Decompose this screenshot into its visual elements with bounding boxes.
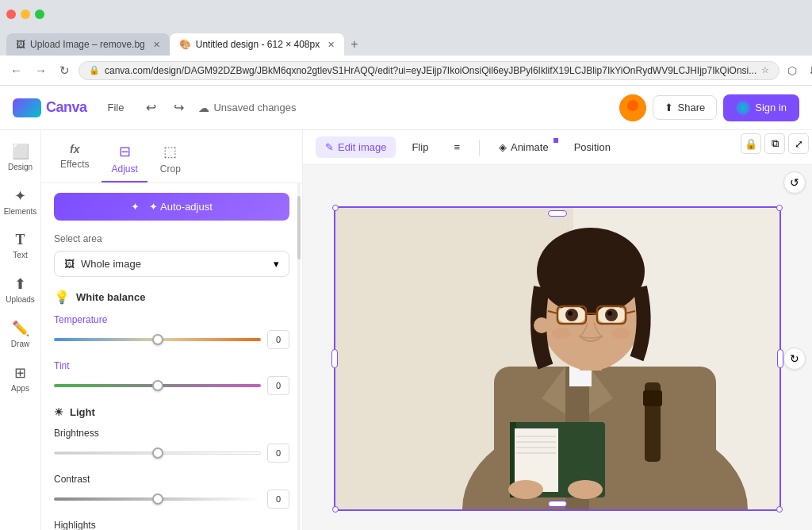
layout-icon: ≡ <box>454 141 460 153</box>
tint-value[interactable]: 0 <box>267 376 289 395</box>
scrollbar-track[interactable] <box>297 183 301 530</box>
brightness-thumb[interactable] <box>152 447 163 459</box>
tab-label-1: Upload Image – remove.bg <box>30 39 145 50</box>
file-menu-button[interactable]: File <box>100 97 132 118</box>
animate-icon: ◈ <box>499 141 507 153</box>
apps-icon: ⊞ <box>14 364 26 382</box>
lock-button[interactable]: 🔒 <box>741 133 761 154</box>
canvas-area: ✎ Edit image Flip ≡ ◈ Animate Position 🔒… <box>303 130 812 530</box>
new-tab-button[interactable]: + <box>344 33 364 56</box>
temperature-label: Temperature <box>54 314 289 325</box>
tool-panel: fx Effects ⊟ Adjust ⬚ Crop ✦ ✦ Auto-adju… <box>41 130 303 530</box>
svg-point-16 <box>568 480 603 499</box>
sidebar-item-design[interactable]: ⬜ Design <box>2 136 39 178</box>
share-button[interactable]: ⬆ Share <box>653 95 718 120</box>
rotate-button[interactable]: ↻ <box>783 348 806 370</box>
browser-tab-inactive[interactable]: 🖼 Upload Image – remove.bg ✕ <box>6 33 170 56</box>
contrast-value[interactable]: 0 <box>267 490 289 509</box>
elements-icon: ✦ <box>14 187 26 205</box>
temperature-thumb[interactable] <box>152 334 163 345</box>
tab-adjust[interactable]: ⊟ Adjust <box>102 136 147 182</box>
signin-button[interactable]: Sign in <box>723 94 799 121</box>
toolbar-divider <box>479 140 480 156</box>
highlights-section: Highlights <box>54 520 289 530</box>
tool-tabs: fx Effects ⊟ Adjust ⬚ Crop <box>41 130 302 183</box>
brightness-slider[interactable] <box>54 451 261 455</box>
back-button[interactable]: ← <box>6 60 26 80</box>
uploads-icon: ⬆ <box>14 275 26 293</box>
handle-tl[interactable] <box>332 205 339 211</box>
left-navigation: ⬜ Design ✦ Elements T Text ⬆ Uploads ✏️ … <box>0 130 41 530</box>
position-button[interactable]: Position <box>565 136 620 158</box>
brightness-value[interactable]: 0 <box>267 444 289 463</box>
handle-bl[interactable] <box>332 506 339 513</box>
temperature-value[interactable]: 0 <box>267 330 289 349</box>
canvas-workspace[interactable]: ↺ ↻ <box>303 165 812 530</box>
temperature-section: Temperature 0 <box>54 314 289 349</box>
image-icon: 🖼 <box>64 258 75 270</box>
sidebar-item-elements[interactable]: ✦ Elements <box>2 181 39 222</box>
handle-bottom[interactable] <box>548 501 567 507</box>
share-icon: ⬆ <box>665 102 673 113</box>
draw-icon: ✏️ <box>12 320 29 337</box>
handle-top[interactable] <box>548 210 567 217</box>
expand-button[interactable]: ⤢ <box>788 133 809 154</box>
canvas-center-actions: ↻ <box>783 348 806 370</box>
canva-wordmark: Canva <box>46 99 87 116</box>
reload-button[interactable]: ↻ <box>56 60 74 81</box>
contrast-slider[interactable] <box>54 497 261 501</box>
avatar-button[interactable] <box>619 94 646 121</box>
undo-button[interactable]: ↩ <box>138 95 164 120</box>
text-icon: T <box>15 232 25 248</box>
tab-label-2: Untitled design - 612 × 408px <box>196 39 320 50</box>
sidebar-item-uploads[interactable]: ⬆ Uploads <box>2 269 39 310</box>
restore-button[interactable]: ↺ <box>783 171 806 194</box>
brightness-section: Brightness 0 <box>54 428 289 463</box>
redo-button[interactable]: ↪ <box>166 95 192 120</box>
download-button[interactable]: ⬇ <box>805 61 812 80</box>
contrast-label: Contrast <box>54 474 289 485</box>
auto-adjust-button[interactable]: ✦ ✦ Auto-adjust <box>54 193 289 221</box>
flip-button[interactable]: Flip <box>402 136 438 158</box>
white-balance-header: 💡 White balance <box>54 290 289 305</box>
scrollbar-thumb[interactable] <box>297 196 301 259</box>
contrast-thumb[interactable] <box>152 494 163 505</box>
svg-point-32 <box>611 328 630 339</box>
sidebar-item-text[interactable]: T Text <box>2 225 39 266</box>
address-text: canva.com/design/DAGM92DZBwg/JBkM6qxno2g… <box>105 65 756 76</box>
svg-point-33 <box>534 317 550 333</box>
tab-effects[interactable]: fx Effects <box>51 136 98 182</box>
handle-left[interactable] <box>331 349 338 368</box>
chevron-down-icon: ▾ <box>274 258 279 270</box>
tint-thumb[interactable] <box>152 380 163 391</box>
design-icon: ⬜ <box>12 143 29 160</box>
tab-close-2[interactable]: ✕ <box>327 40 335 50</box>
select-area-dropdown[interactable]: 🖼 Whole image ▾ <box>54 251 289 277</box>
address-bar[interactable]: 🔒 canva.com/design/DAGM92DZBwg/JBkM6qxno… <box>79 61 779 80</box>
extensions-button[interactable]: ⬡ <box>784 61 800 80</box>
tab-favicon-1: 🖼 <box>16 39 25 50</box>
sidebar-item-apps[interactable]: ⊞ Apps <box>2 358 39 399</box>
effects-icon: fx <box>70 143 79 156</box>
tab-close-1[interactable]: ✕ <box>153 40 160 50</box>
svg-rect-35 <box>643 390 662 406</box>
forward-button[interactable]: → <box>31 60 51 80</box>
animate-button[interactable]: ◈ Animate <box>489 136 558 158</box>
canvas-image-container[interactable] <box>334 206 781 511</box>
tint-slider[interactable] <box>54 384 261 387</box>
select-area-label: Select area <box>54 233 289 244</box>
highlights-label: Highlights <box>54 520 289 530</box>
layout-button[interactable]: ≡ <box>444 136 469 158</box>
sidebar-item-draw[interactable]: ✏️ Draw <box>2 313 39 355</box>
duplicate-button[interactable]: ⧉ <box>764 133 785 154</box>
auto-adjust-icon: ✦ <box>131 201 140 213</box>
animate-dot <box>553 138 558 143</box>
edit-image-button[interactable]: ✎ Edit image <box>316 136 396 158</box>
tab-crop[interactable]: ⬚ Crop <box>151 136 190 182</box>
temperature-slider[interactable] <box>54 338 261 341</box>
handle-br[interactable] <box>776 506 783 513</box>
canva-circle-icon <box>736 101 750 115</box>
handle-tr[interactable] <box>776 205 783 211</box>
handle-right[interactable] <box>777 349 783 368</box>
browser-tab-active[interactable]: 🎨 Untitled design - 612 × 408px ✕ <box>170 33 344 56</box>
